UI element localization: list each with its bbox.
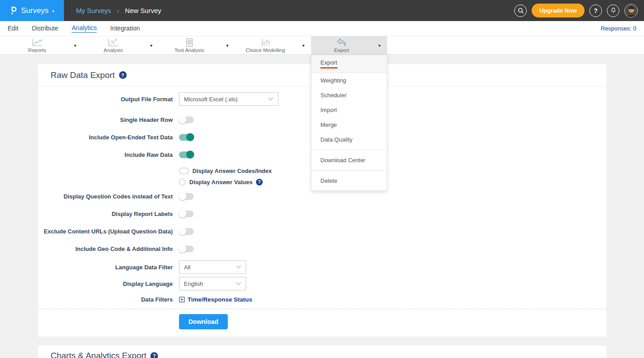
notifications-button[interactable] (607, 4, 619, 17)
reports-caret-button[interactable]: ▾ (68, 36, 83, 54)
breadcrumb-separator: › (117, 7, 119, 14)
language-data-filter-row: Language Data Filter All (38, 260, 606, 274)
include-geo-code-toggle[interactable] (179, 246, 194, 252)
toolbar-item-analysis[interactable]: Analysis (83, 36, 144, 54)
choice-modelling-caret-button[interactable]: ▾ (296, 36, 311, 54)
radio-selected-icon[interactable] (179, 168, 189, 174)
toolbar-item-label: Export (334, 47, 349, 53)
analysis-caret-button[interactable]: ▾ (144, 36, 159, 54)
select-value: All (184, 264, 190, 271)
topbar-actions: Upgrade Now ? (514, 0, 644, 21)
display-report-labels-toggle[interactable] (179, 211, 194, 217)
document-grid-icon (184, 38, 195, 47)
display-language-select[interactable]: English (179, 277, 246, 290)
include-raw-data-toggle[interactable] (179, 151, 194, 158)
analytics-toolbar: Reports ▾ Analysis ▾ (0, 36, 644, 55)
toggle-knob (179, 227, 187, 235)
toolbar-item-label: Reports (28, 47, 46, 53)
chevron-down-icon: ▾ (302, 43, 304, 48)
help-button[interactable]: ? (589, 4, 602, 17)
profile-photo (625, 4, 638, 17)
answer-codes-radio-option[interactable]: Display Answer Codes/Index (179, 166, 606, 175)
menu-item-data-quality[interactable]: Data Quality (311, 132, 387, 147)
app-logo[interactable]: Surveys ▾ (0, 0, 64, 21)
display-question-codes-row: Display Question Codes instead of Text (38, 192, 606, 200)
exclude-content-urls-row: Exclude Content URLs (Upload Question Da… (38, 227, 606, 235)
toggle-knob (179, 192, 187, 200)
toolbar-item-label: Text Analysis (175, 47, 204, 53)
field-label: Include Open-Ended Text Data (38, 134, 173, 141)
avatar[interactable] (624, 4, 638, 17)
product-name: Surveys (21, 6, 48, 15)
panel-gap (38, 336, 606, 345)
section-title: Charts & Analytics Export (51, 351, 146, 358)
include-open-ended-toggle[interactable] (179, 134, 194, 141)
display-question-codes-toggle[interactable] (179, 193, 194, 200)
toolbar-group-reports: Reports ▾ (7, 36, 83, 54)
menu-item-weighting[interactable]: Weighting (311, 73, 387, 88)
menu-item-export[interactable]: Export (311, 55, 387, 73)
display-report-labels-row: Display Report Labels (38, 210, 606, 218)
chevron-down-icon: ▾ (52, 9, 54, 13)
field-label: Include Raw Data (38, 151, 173, 158)
question-mark-icon: ? (594, 7, 598, 14)
help-icon[interactable]: ? (119, 71, 127, 79)
download-row: Download (38, 309, 606, 336)
menu-divider (311, 150, 387, 150)
field-label: Display Report Labels (38, 211, 173, 217)
upgrade-now-button[interactable]: Upgrade Now (532, 4, 584, 17)
breadcrumb-parent-link[interactable]: My Surveys (76, 7, 111, 14)
field-label: Exclude Content URLs (Upload Question Da… (38, 228, 173, 235)
answer-values-radio-option[interactable]: Display Answer Values ? (179, 177, 606, 186)
display-language-row: Display Language English (38, 277, 606, 290)
chevron-down-icon: ▾ (378, 43, 380, 48)
add-filter-icon (179, 297, 185, 302)
time-response-status-link[interactable]: Time/Response Status (179, 296, 252, 303)
export-arrow-icon (336, 38, 347, 47)
help-icon[interactable]: ? (150, 352, 158, 358)
scatter-chart-icon (260, 38, 271, 47)
toolbar-item-text-analysis[interactable]: Text Analysis (159, 36, 220, 54)
panel-header: Charts & Analytics Export ? (38, 345, 606, 358)
output-file-format-select[interactable]: Microsoft Excel (.xls) (179, 92, 278, 106)
export-caret-button[interactable]: ▾ (372, 36, 387, 54)
survey-nav: Edit Distribute Analytics Integration Re… (0, 21, 644, 36)
tab-distribute[interactable]: Distribute (32, 25, 58, 33)
field-label: Data Filters (38, 296, 173, 303)
toolbar-item-choice-modelling[interactable]: Choice Modelling (235, 36, 296, 54)
language-data-filter-select[interactable]: All (179, 260, 246, 274)
menu-item-delete[interactable]: Delete (311, 173, 387, 188)
menu-item-merge[interactable]: Merge (311, 117, 387, 132)
tab-edit[interactable]: Edit (8, 25, 18, 33)
select-value: Microsoft Excel (.xls) (184, 96, 238, 103)
download-button[interactable]: Download (179, 314, 228, 329)
menu-item-import[interactable]: Import (311, 103, 387, 117)
questionpro-logo-icon (10, 6, 17, 16)
menu-item-download-center[interactable]: Download Center (311, 153, 387, 168)
breadcrumb-current: New Survey (125, 7, 161, 14)
toolbar-item-export[interactable]: Export (311, 36, 372, 54)
radio-label: Display Answer Codes/Index (192, 168, 272, 174)
tab-analytics[interactable]: Analytics (72, 24, 97, 33)
toolbar-item-reports[interactable]: Reports (7, 36, 68, 54)
exclude-content-urls-toggle[interactable] (179, 228, 194, 235)
field-label: Language Data Filter (38, 264, 173, 271)
toggle-knob (179, 210, 187, 218)
field-label: Display Language (38, 280, 173, 287)
field-label: Include Geo Code & Additional Info (38, 246, 173, 252)
responses-count: Responses: 0 (601, 25, 637, 32)
toolbar-group-export: Export ▾ (311, 36, 387, 54)
trend-chart-icon (107, 38, 119, 47)
single-header-row-toggle[interactable] (179, 116, 194, 123)
tab-integration[interactable]: Integration (110, 25, 140, 33)
toolbar-item-label: Choice Modelling (246, 47, 285, 53)
radio-label: Display Answer Values (189, 179, 252, 185)
text-analysis-caret-button[interactable]: ▾ (220, 36, 235, 54)
help-icon[interactable]: ? (256, 179, 263, 185)
chevron-down-icon: ▾ (74, 43, 76, 48)
search-button[interactable] (514, 4, 527, 17)
toggle-knob (186, 133, 194, 141)
menu-item-scheduler[interactable]: Scheduler (311, 88, 387, 103)
radio-unselected-icon[interactable] (179, 179, 186, 185)
toolbar-group-text-analysis: Text Analysis ▾ (159, 36, 235, 54)
